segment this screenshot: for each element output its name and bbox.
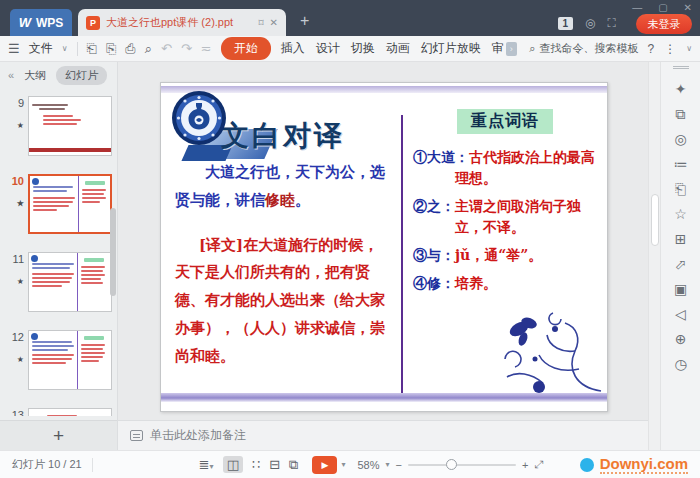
keywords-list: ①大道：古代指政治上的最高理想。 ②之：主谓之间取消句子独立，不译。 ③与：jǔ…: [413, 147, 597, 294]
wps-logo-icon: W: [19, 15, 31, 30]
keyword-item: ②之：主谓之间取消句子独立，不译。: [413, 196, 597, 238]
save-icon[interactable]: ⎗: [87, 41, 97, 57]
notes-bar[interactable]: 单击此处添加备注: [118, 420, 648, 450]
file-menu[interactable]: 文件: [29, 40, 53, 57]
current-slide[interactable]: 文白对译 大道之行也，天下为公，选贤与能，讲信修睦。 [译文]在大道施行的时候，…: [160, 82, 608, 412]
zoom-slider[interactable]: [408, 464, 516, 466]
thumbnail-image[interactable]: [28, 96, 112, 156]
add-slide-button[interactable]: +: [53, 425, 64, 447]
close-window-icon[interactable]: ✕: [684, 2, 692, 13]
keyword-item: ④修：培养。: [413, 273, 597, 294]
slide-thumbnail-10-selected[interactable]: 10★: [6, 174, 112, 234]
thumbnail-image[interactable]: [28, 174, 112, 234]
export-icon[interactable]: ⎘: [106, 41, 116, 57]
zoom-in-button[interactable]: +: [522, 459, 528, 471]
column-divider: [401, 115, 403, 399]
tab-review[interactable]: 审›: [491, 38, 518, 59]
history-clock-icon[interactable]: ◷: [674, 357, 686, 371]
sidebar-drag-handle-icon[interactable]: [673, 66, 689, 69]
message-count-badge[interactable]: 1: [558, 17, 574, 30]
zoom-slider-knob[interactable]: [446, 459, 457, 470]
audio-icon[interactable]: ◁: [675, 307, 686, 321]
new-tab-button[interactable]: +: [300, 12, 309, 30]
clipboard-icon[interactable]: ⎗: [675, 182, 686, 196]
zoom-out-button[interactable]: −: [395, 459, 401, 471]
slide-thumbnail-11[interactable]: 11★: [6, 252, 112, 312]
slideshow-view-icon[interactable]: ⧉: [289, 457, 298, 473]
more-icon[interactable]: ⋮: [664, 42, 676, 56]
hamburger-icon[interactable]: ☰: [8, 41, 20, 56]
collapse-ribbon-icon[interactable]: ∨: [686, 44, 692, 53]
slide-number: 9: [18, 97, 24, 109]
star-favorites-icon[interactable]: ☆: [674, 207, 687, 221]
classical-paragraph: 大道之行也，天下为公，选贤与能，讲信修睦。: [175, 159, 393, 215]
maximize-icon[interactable]: ▢: [658, 2, 667, 13]
undo-icon[interactable]: ↶: [161, 41, 172, 56]
slide-canvas[interactable]: 文白对译 大道之行也，天下为公，选贤与能，讲信修睦。 [译文]在大道施行的时候，…: [118, 62, 648, 420]
file-menu-caret-icon[interactable]: ∨: [62, 44, 68, 53]
image-icon[interactable]: ▣: [674, 282, 687, 296]
thumbnail-image[interactable]: [28, 330, 112, 390]
docer-icon[interactable]: ◎: [585, 16, 595, 30]
login-button[interactable]: 未登录: [636, 14, 692, 34]
print-icon[interactable]: ⎙: [125, 41, 135, 57]
play-options-caret-icon[interactable]: ▾: [341, 460, 345, 469]
outline-view-icon[interactable]: ≣▾: [199, 457, 214, 472]
skin-theme-icon[interactable]: ⛶: [608, 16, 616, 30]
tab-home[interactable]: 开始: [221, 37, 271, 60]
ppt-file-icon: P: [86, 16, 100, 30]
zoom-caret-icon[interactable]: ▾: [385, 460, 389, 469]
print-preview-icon[interactable]: ⌕: [145, 41, 152, 57]
shapes-icon[interactable]: ⧉: [676, 107, 686, 121]
tab-overflow-icon[interactable]: ›: [506, 42, 517, 56]
fit-screen-icon[interactable]: ⤢: [534, 458, 543, 471]
menubar-divider: [77, 42, 78, 56]
slide-title[interactable]: 文白对译: [221, 117, 345, 155]
watermark-dot-icon: [580, 458, 594, 472]
pin-tab-icon[interactable]: ⌑: [258, 17, 263, 28]
help-icon[interactable]: ?: [647, 42, 654, 56]
thumbnail-image[interactable]: [28, 408, 112, 416]
normal-view-icon[interactable]: ◫: [223, 456, 243, 473]
collapse-panel-icon[interactable]: «: [8, 69, 14, 81]
minimize-icon[interactable]: —: [632, 2, 642, 13]
seal-icon[interactable]: ✦: [675, 82, 687, 96]
keyword-item: ①大道：古代指政治上的最高理想。: [413, 147, 597, 189]
redo-icon[interactable]: ↷: [181, 41, 192, 56]
tab-insert[interactable]: 插入: [280, 38, 306, 59]
overlap-circles-icon[interactable]: ◎: [674, 132, 686, 146]
download-circle-icon[interactable]: ⊕: [675, 332, 687, 346]
textbox-icon[interactable]: ⊞: [675, 232, 687, 246]
canvas-scrollbar[interactable]: [648, 62, 660, 450]
panel-scrollbar[interactable]: [110, 208, 116, 296]
share-icon[interactable]: ⬀: [675, 257, 687, 271]
zoom-level[interactable]: 58%: [357, 459, 379, 471]
document-tab[interactable]: P 大道之行也ppt课件 (2).ppt ⌑ ✕: [78, 9, 286, 36]
classical-text-block[interactable]: 大道之行也，天下为公，选贤与能，讲信修睦。 [译文]在大道施行的时候，天下是人们…: [175, 159, 393, 370]
close-tab-icon[interactable]: ✕: [270, 17, 278, 28]
tab-slides[interactable]: 幻灯片: [56, 66, 107, 85]
tab-animation[interactable]: 动画: [385, 38, 411, 59]
tab-outline[interactable]: 大纲: [24, 68, 46, 83]
play-slideshow-button[interactable]: ▶: [312, 456, 337, 474]
tab-slideshow[interactable]: 幻灯片放映: [420, 38, 482, 59]
tab-transition[interactable]: 切换: [350, 38, 376, 59]
keywords-block[interactable]: 重点词语 ①大道：古代指政治上的最高理想。 ②之：主谓之间取消句子独立，不译。 …: [413, 109, 597, 301]
canvas-scrollbar-thumb[interactable]: [651, 194, 659, 246]
wps-menu-button[interactable]: W WPS: [10, 9, 72, 36]
properties-sliders-icon[interactable]: ≔: [674, 157, 688, 171]
tab-design[interactable]: 设计: [315, 38, 341, 59]
highlighted-word: 修睦: [265, 191, 295, 209]
slide-thumbnail-13[interactable]: 13: [6, 408, 112, 416]
slide-thumbnail-12[interactable]: 12★: [6, 330, 112, 390]
slide-thumbnail-9[interactable]: 9★: [6, 96, 112, 156]
customize-toolbar-icon[interactable]: ≂: [201, 41, 212, 56]
zoom-controls: 58% ▾ − + ⤢: [357, 458, 543, 471]
command-search[interactable]: ⌕ 查找命令、搜索模板: [529, 41, 638, 56]
thumbnail-image[interactable]: [28, 252, 112, 312]
add-slide-strip: +: [0, 420, 117, 450]
slide-sorter-view-icon[interactable]: ∷: [252, 457, 260, 472]
reading-view-icon[interactable]: ⊟: [269, 457, 280, 472]
titlebar-right-icons: 1 ◎ ⛶: [558, 16, 616, 30]
animation-star-icon: ★: [6, 121, 24, 130]
